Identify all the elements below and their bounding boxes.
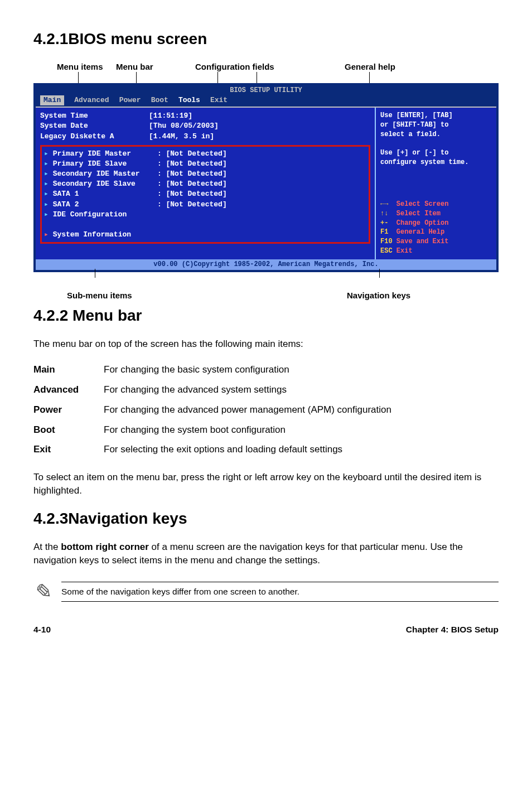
bios-tab-boot[interactable]: Boot (151, 95, 168, 105)
pencil-icon: ✎ (31, 576, 54, 608)
help-line-2: select a field. (380, 130, 492, 139)
nav-row-lr: ←→ Select Screen (380, 200, 492, 209)
top-callouts: Menu items Menu bar Configuration fields… (33, 61, 499, 83)
chapter-label: Chapter 4: BIOS Setup (406, 624, 499, 636)
nav-row-f1: F1 General Help (380, 228, 492, 237)
bios-tab-advanced[interactable]: Advanced (74, 95, 109, 105)
s3-body: At the bottom right corner of a menu scr… (33, 540, 499, 567)
row-system-time: System Time [11:51:19] (40, 111, 370, 121)
row-sata1: ▸ SATA 1 : [Not Detected] (44, 189, 366, 199)
row-legacy-diskette: Legacy Diskette A [1.44M, 3.5 in] (40, 132, 370, 142)
s2-intro: The menu bar on top of the screen has th… (33, 337, 499, 351)
note-block: ✎ Some of the navigation keys differ fro… (33, 577, 499, 607)
row-system-date: System Date [Thu 08/05/2003] (40, 121, 370, 131)
table-row: MainFor changing the basic system config… (33, 361, 499, 381)
bios-tab-exit[interactable]: Exit (210, 95, 228, 105)
label-general-help: General help (345, 61, 395, 73)
nav-row-pm: +- Change Option (380, 219, 492, 228)
label-menu-bar: Menu bar (116, 61, 153, 73)
note-text: Some of the navigation keys differ from … (61, 582, 499, 602)
row-secondary-slave: ▸ Secondary IDE Slave : [Not Detected] (44, 179, 366, 189)
row-primary-master: ▸ Primary IDE Master : [Not Detected] (44, 149, 366, 159)
row-primary-slave: ▸ Primary IDE Slave : [Not Detected] (44, 159, 366, 169)
section-4-2-2-heading: 4.2.2 Menu bar (33, 305, 499, 326)
menu-def-table: MainFor changing the basic system config… (33, 361, 499, 461)
bios-tab-power[interactable]: Power (119, 95, 141, 105)
table-row: PowerFor changing the advanced power man… (33, 401, 499, 421)
page-footer: 4-10 Chapter 4: BIOS Setup (33, 624, 499, 636)
page-number: 4-10 (33, 624, 51, 636)
help-line-5: configure system time. (380, 158, 492, 167)
label-submenu: Sub-menu items (67, 289, 132, 301)
table-row: AdvancedFor changing the advanced system… (33, 381, 499, 401)
help-line-0: Use [ENTER], [TAB] (380, 111, 492, 120)
bios-left-pane: System Time [11:51:19] System Date [Thu … (36, 108, 375, 259)
bios-figure: Menu items Menu bar Configuration fields… (33, 61, 499, 288)
row-secondary-master: ▸ Secondary IDE Master : [Not Detected] (44, 169, 366, 179)
bios-menubar: Main Advanced Power Boot Tools Exit (36, 95, 496, 107)
label-menu-items: Menu items (57, 61, 103, 73)
bios-copyright: v00.00 (C)Copyright 1985-2002, American … (36, 259, 496, 270)
table-row: ExitFor selecting the exit options and l… (33, 441, 499, 461)
label-navkeys: Navigation keys (347, 289, 410, 301)
submenu-redbox: ▸ Primary IDE Master : [Not Detected] ▸ … (40, 145, 370, 244)
label-config-fields: Configuration fields (195, 61, 274, 73)
bottom-callouts: Sub-menu items Navigation keys (33, 272, 499, 288)
bios-tab-main[interactable]: Main (40, 95, 64, 105)
nav-row-esc: ESC Exit (380, 247, 492, 256)
section-4-2-1-heading: 4.2.1BIOS menu screen (33, 28, 499, 50)
help-line-4: Use [+] or [-] to (380, 148, 492, 158)
nav-row-ud: ↑↓ Select Item (380, 209, 492, 219)
bios-right-pane: Use [ENTER], [TAB] or [SHIFT-TAB] to sel… (375, 108, 496, 259)
row-sata2: ▸ SATA 2 : [Not Detected] (44, 200, 366, 210)
nav-row-f10: F10 Save and Exit (380, 237, 492, 247)
table-row: BootFor changing the system boot configu… (33, 421, 499, 441)
row-ide-config: ▸ IDE Configuration (44, 210, 366, 220)
section-4-2-3-heading: 4.2.3Navigation keys (33, 508, 499, 529)
help-line-1: or [SHIFT-TAB] to (380, 120, 492, 130)
row-sysinfo: ▸ System Information (44, 230, 366, 240)
bios-screen: BIOS SETUP UTILITY Main Advanced Power B… (33, 83, 499, 272)
bios-tab-tools[interactable]: Tools (178, 95, 200, 105)
bios-title: BIOS SETUP UTILITY (36, 85, 496, 95)
s2-outro: To select an item on the menu bar, press… (33, 471, 499, 497)
